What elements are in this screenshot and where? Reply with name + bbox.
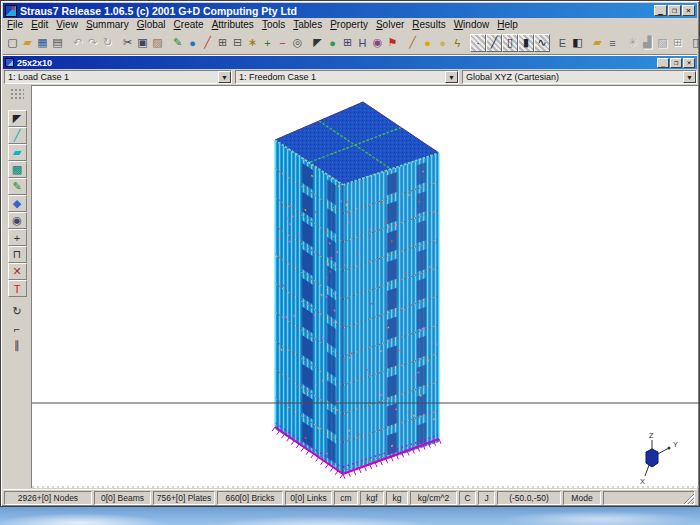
add-tool[interactable]: + <box>8 229 27 246</box>
select-plates-button[interactable]: ▯ <box>502 34 518 52</box>
select-bricks-button[interactable]: ▮ <box>518 34 534 52</box>
menu-property[interactable]: Property <box>326 19 372 30</box>
rotate-tool[interactable]: ↻ <box>8 303 27 320</box>
bracket-tool[interactable]: ⊓ <box>8 246 27 263</box>
freedom-case-combo[interactable]: 1: Freedom Case 1 ▼ <box>235 70 459 84</box>
menu-window[interactable]: Window <box>450 19 494 30</box>
create-brick-tool[interactable]: ▩ <box>8 161 27 178</box>
select-plates-icon: ▯ <box>507 36 513 49</box>
status-bar: 2926+[0] Nodes0[0] Beams756+[0] Plates66… <box>3 489 697 506</box>
select-pointer-icon: ◤ <box>13 112 21 125</box>
image-button[interactable]: ▨ <box>655 33 670 53</box>
mesh-line <box>272 427 275 431</box>
show-grid-button[interactable]: H <box>355 33 370 53</box>
menu-results[interactable]: Results <box>408 19 449 30</box>
model-viewport[interactable]: Z X Y <box>31 85 698 488</box>
close-button[interactable]: ✕ <box>682 5 695 16</box>
move-tool[interactable]: ✕ <box>8 263 27 280</box>
save-file-button[interactable]: ▦ <box>35 33 50 53</box>
select-nodes-button[interactable]: · <box>470 34 486 52</box>
undo-button[interactable]: ↶ <box>70 33 85 53</box>
menu-file[interactable]: File <box>3 19 27 30</box>
dimension-tool[interactable]: ∥ <box>8 337 27 354</box>
model-restore-button[interactable]: ❐ <box>670 58 682 68</box>
invert-button[interactable]: ◧ <box>570 33 585 53</box>
coord-system-combo[interactable]: Global XYZ (Cartesian) ▼ <box>462 70 697 84</box>
new-file-button[interactable]: ▢ <box>5 33 20 53</box>
redo-button[interactable]: ↷ <box>85 33 100 53</box>
repeat-button[interactable]: ↻ <box>100 33 115 53</box>
window-tile-button[interactable]: ◫ <box>690 33 700 53</box>
select-pointer-tool[interactable]: ◤ <box>8 110 27 127</box>
light-on-button[interactable]: ● <box>420 33 435 53</box>
select-links-icon: ∿ <box>537 36 546 49</box>
lightning-button[interactable]: ϟ <box>450 33 465 53</box>
zoom-box-out-button[interactable]: ⊟ <box>230 33 245 53</box>
menu-view[interactable]: View <box>52 19 82 30</box>
view-entity-tool[interactable]: ◉ <box>8 212 27 229</box>
minimize-button[interactable]: _ <box>654 5 667 16</box>
select-arrow-button[interactable]: ◤ <box>310 33 325 53</box>
chart-button[interactable]: ▟ <box>640 33 655 53</box>
copy-icon: ▣ <box>137 36 147 49</box>
attach-button[interactable]: ✳ <box>625 33 640 53</box>
mesh-line <box>359 468 361 473</box>
cut-button[interactable]: ✂ <box>120 33 135 53</box>
entity-display-button[interactable]: ● <box>185 33 200 53</box>
open-file-button[interactable]: ▰ <box>20 33 35 53</box>
menu-tools[interactable]: Tools <box>258 19 289 30</box>
menu-global[interactable]: Global <box>133 19 170 30</box>
text-tool[interactable]: T <box>8 280 27 297</box>
paste-button[interactable]: ▨ <box>150 33 165 53</box>
select-links-button[interactable]: ∿ <box>534 34 550 52</box>
model-canvas: Z X Y <box>32 86 699 489</box>
model-close-button[interactable]: ✕ <box>683 58 695 68</box>
load-case-combo[interactable]: 1: Load Case 1 ▼ <box>4 70 232 84</box>
menu-tables[interactable]: Tables <box>289 19 326 30</box>
select-mode-button[interactable]: E <box>555 33 570 53</box>
pin-button[interactable]: ⚑ <box>385 33 400 53</box>
zoom-out-button[interactable]: − <box>275 33 290 53</box>
corner-tool[interactable]: ⌐ <box>8 320 27 337</box>
snap-grid-button[interactable]: ⊞ <box>340 33 355 53</box>
resize-grip[interactable] <box>684 494 694 504</box>
zoom-extents-button[interactable]: ◎ <box>290 33 305 53</box>
select-beams-button[interactable]: ╱ <box>486 34 502 52</box>
menu-edit[interactable]: Edit <box>27 19 52 30</box>
pan-button[interactable]: ∗ <box>245 33 260 53</box>
menu-solver[interactable]: Solver <box>372 19 408 30</box>
zoom-in-button[interactable]: + <box>260 33 275 53</box>
zoom-box-button[interactable]: ⊞ <box>215 33 230 53</box>
model-minimize-button[interactable]: _ <box>657 58 669 68</box>
create-plate-tool[interactable]: ▰ <box>8 144 27 161</box>
mesh-line <box>325 464 328 468</box>
folder-pin-button[interactable]: ▰ <box>590 33 605 53</box>
select-brush-tool[interactable]: ◆ <box>8 195 27 212</box>
table-button[interactable]: ⊞ <box>670 33 685 53</box>
toolbar-drag-handle[interactable] <box>10 88 24 100</box>
speaker-button[interactable]: ◉ <box>370 33 385 53</box>
globe-button[interactable]: ● <box>325 33 340 53</box>
pan-icon: ∗ <box>248 36 257 49</box>
select-nodes-icon: · <box>476 37 480 49</box>
menu-summary[interactable]: Summary <box>82 19 133 30</box>
print-button[interactable]: ▤ <box>50 33 65 53</box>
draw-line-button[interactable]: ╱ <box>200 33 215 53</box>
load-case-dropdown-arrow[interactable]: ▼ <box>218 71 231 83</box>
list-button[interactable]: ≡ <box>605 33 620 53</box>
status-plates-count: 756+[0] Plates <box>153 491 215 505</box>
create-link-tool[interactable]: ✎ <box>8 178 27 195</box>
coord-system-dropdown-arrow[interactable]: ▼ <box>683 71 696 83</box>
create-beam-tool[interactable]: ╱ <box>8 127 27 144</box>
pencil-button[interactable]: ╱ <box>405 33 420 53</box>
maximize-button[interactable]: ❐ <box>668 5 681 16</box>
light-dim-button[interactable]: ● <box>435 33 450 53</box>
copy-button[interactable]: ▣ <box>135 33 150 53</box>
menu-attributes[interactable]: Attributes <box>208 19 258 30</box>
freedom-case-dropdown-arrow[interactable]: ▼ <box>445 71 458 83</box>
wireframe-button[interactable]: ✎ <box>170 33 185 53</box>
axis-triad: Z X Y <box>640 431 678 486</box>
menu-create[interactable]: Create <box>170 19 208 30</box>
tower-right-facade <box>343 153 439 474</box>
menu-help[interactable]: Help <box>493 19 522 30</box>
